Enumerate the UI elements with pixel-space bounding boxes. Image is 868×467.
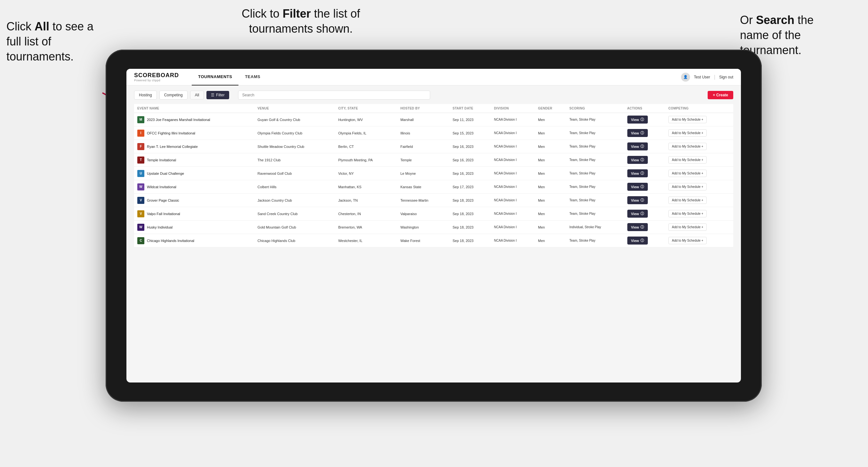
hosted-by-cell-2: Fairfield bbox=[397, 140, 450, 153]
nav-tab-teams[interactable]: TEAMS bbox=[239, 69, 267, 86]
city-state-cell-2: Berlin, CT bbox=[335, 140, 397, 153]
competing-filter-button[interactable]: Competing bbox=[159, 91, 188, 99]
add-schedule-button-8[interactable]: Add to My Schedule + bbox=[668, 223, 707, 231]
scoring-cell-5: Team, Stroke Play bbox=[566, 180, 624, 194]
action-cell-8: View ⓘ bbox=[624, 221, 665, 234]
add-schedule-button-6[interactable]: Add to My Schedule + bbox=[668, 196, 707, 204]
competing-cell-7: Add to My Schedule + bbox=[665, 207, 733, 221]
division-cell-1: NCAA Division I bbox=[491, 126, 535, 140]
add-schedule-button-7[interactable]: Add to My Schedule + bbox=[668, 210, 707, 217]
info-icon-8: ⓘ bbox=[641, 225, 644, 229]
start-date-cell-2: Sep 16, 2023 bbox=[450, 140, 491, 153]
gender-cell-3: Men bbox=[535, 153, 566, 167]
add-schedule-button-9[interactable]: Add to My Schedule + bbox=[668, 237, 707, 244]
gender-cell-2: Men bbox=[535, 140, 566, 153]
view-button-9[interactable]: View ⓘ bbox=[627, 237, 648, 245]
create-button[interactable]: + Create bbox=[708, 91, 733, 99]
scoring-cell-9: Team, Stroke Play bbox=[566, 234, 624, 247]
filter-button[interactable]: ☰ Filter bbox=[207, 91, 229, 99]
add-schedule-button-0[interactable]: Add to My Schedule + bbox=[668, 116, 707, 123]
division-cell-9: NCAA Division I bbox=[491, 234, 535, 247]
table-body: M 2023 Joe Feaganes Marshall Invitationa… bbox=[134, 113, 733, 247]
hosting-filter-button[interactable]: Hosting bbox=[134, 91, 157, 99]
action-cell-4: View ⓘ bbox=[624, 167, 665, 180]
header-right: 👤 Test User | Sign out bbox=[681, 73, 733, 82]
division-cell-0: NCAA Division I bbox=[491, 113, 535, 126]
info-icon-1: ⓘ bbox=[641, 131, 644, 135]
hosted-by-cell-4: Le Moyne bbox=[397, 167, 450, 180]
col-event-name: EVENT NAME bbox=[134, 104, 254, 113]
hosted-by-cell-8: Washington bbox=[397, 221, 450, 234]
gender-cell-5: Men bbox=[535, 180, 566, 194]
city-state-cell-7: Chesterton, IN bbox=[335, 207, 397, 221]
sign-out-link[interactable]: Sign out bbox=[719, 75, 733, 80]
info-icon-5: ⓘ bbox=[641, 184, 644, 189]
hosted-by-cell-3: Temple bbox=[397, 153, 450, 167]
team-logo-6: V bbox=[137, 197, 144, 204]
view-button-6[interactable]: View ⓘ bbox=[627, 196, 648, 204]
table-row: T Temple Invitational The 1912 Club Plym… bbox=[134, 153, 733, 167]
view-button-4[interactable]: View ⓘ bbox=[627, 169, 648, 177]
table-row: C Chicago Highlands Invitational Chicago… bbox=[134, 234, 733, 247]
add-schedule-button-4[interactable]: Add to My Schedule + bbox=[668, 169, 707, 177]
info-icon-6: ⓘ bbox=[641, 198, 644, 203]
view-button-5[interactable]: View ⓘ bbox=[627, 183, 648, 191]
view-button-8[interactable]: View ⓘ bbox=[627, 223, 648, 231]
add-schedule-button-1[interactable]: Add to My Schedule + bbox=[668, 129, 707, 137]
division-cell-5: NCAA Division I bbox=[491, 180, 535, 194]
main-content: Hosting Competing All ☰ Filter + Create bbox=[126, 86, 741, 382]
nav-tab-tournaments[interactable]: TOURNAMENTS bbox=[192, 69, 239, 86]
tournaments-table-container: EVENT NAME VENUE CITY, STATE HOSTED BY S… bbox=[134, 104, 733, 377]
competing-cell-4: Add to My Schedule + bbox=[665, 167, 733, 180]
user-name: Test User bbox=[694, 75, 710, 80]
table-header: EVENT NAME VENUE CITY, STATE HOSTED BY S… bbox=[134, 104, 733, 113]
view-button-3[interactable]: View ⓘ bbox=[627, 156, 648, 164]
hosted-by-cell-5: Kansas State bbox=[397, 180, 450, 194]
all-filter-button[interactable]: All bbox=[190, 91, 204, 99]
start-date-cell-4: Sep 16, 2023 bbox=[450, 167, 491, 180]
tournaments-table: EVENT NAME VENUE CITY, STATE HOSTED BY S… bbox=[134, 104, 733, 247]
city-state-cell-1: Olympia Fields, IL bbox=[335, 126, 397, 140]
view-button-1[interactable]: View ⓘ bbox=[627, 129, 648, 137]
search-input[interactable] bbox=[238, 91, 430, 99]
col-division: DIVISION bbox=[491, 104, 535, 113]
team-logo-8: W bbox=[137, 224, 144, 231]
view-button-2[interactable]: View ⓘ bbox=[627, 143, 648, 150]
table-row: F Ryan T. Lee Memorial Collegiate Shuttl… bbox=[134, 140, 733, 153]
add-schedule-button-2[interactable]: Add to My Schedule + bbox=[668, 143, 707, 150]
venue-cell-3: The 1912 Club bbox=[254, 153, 335, 167]
event-name-cell-2: F Ryan T. Lee Memorial Collegiate bbox=[134, 140, 254, 153]
team-logo-7: V bbox=[137, 210, 144, 217]
gender-cell-7: Men bbox=[535, 207, 566, 221]
team-logo-5: W bbox=[137, 183, 144, 190]
start-date-cell-0: Sep 11, 2023 bbox=[450, 113, 491, 126]
gender-cell-8: Men bbox=[535, 221, 566, 234]
app-header: SCOREBOARD Powered by clippd TOURNAMENTS… bbox=[126, 69, 741, 86]
event-name-cell-9: C Chicago Highlands Invitational bbox=[134, 234, 254, 247]
city-state-cell-0: Huntington, WV bbox=[335, 113, 397, 126]
annotation-topleft: Click All to see a full list of tourname… bbox=[6, 19, 96, 64]
col-venue: VENUE bbox=[254, 104, 335, 113]
start-date-cell-6: Sep 18, 2023 bbox=[450, 194, 491, 207]
hosted-by-cell-6: Tennessee-Martin bbox=[397, 194, 450, 207]
add-schedule-button-3[interactable]: Add to My Schedule + bbox=[668, 156, 707, 163]
table-row: M 2023 Joe Feaganes Marshall Invitationa… bbox=[134, 113, 733, 126]
competing-cell-5: Add to My Schedule + bbox=[665, 180, 733, 194]
add-schedule-button-5[interactable]: Add to My Schedule + bbox=[668, 183, 707, 190]
event-name-cell-4: U Upstate Dual Challenge bbox=[134, 167, 254, 180]
annotation-topcenter: Click to Filter the list oftournaments s… bbox=[218, 6, 384, 36]
team-logo-0: M bbox=[137, 116, 144, 123]
col-start-date: START DATE bbox=[450, 104, 491, 113]
venue-cell-2: Shuttle Meadow Country Club bbox=[254, 140, 335, 153]
filter-bar: Hosting Competing All ☰ Filter + Create bbox=[134, 91, 733, 99]
event-name-text-7: Valpo Fall Invitational bbox=[147, 212, 180, 216]
gender-cell-6: Men bbox=[535, 194, 566, 207]
event-name-cell-0: M 2023 Joe Feaganes Marshall Invitationa… bbox=[134, 113, 254, 126]
venue-cell-7: Sand Creek Country Club bbox=[254, 207, 335, 221]
city-state-cell-5: Manhattan, KS bbox=[335, 180, 397, 194]
tablet-frame: SCOREBOARD Powered by clippd TOURNAMENTS… bbox=[105, 50, 762, 402]
view-button-7[interactable]: View ⓘ bbox=[627, 210, 648, 218]
event-name-text-5: Wildcat Invitational bbox=[147, 185, 176, 189]
view-button-0[interactable]: View ⓘ bbox=[627, 116, 648, 124]
event-name-cell-3: T Temple Invitational bbox=[134, 153, 254, 167]
